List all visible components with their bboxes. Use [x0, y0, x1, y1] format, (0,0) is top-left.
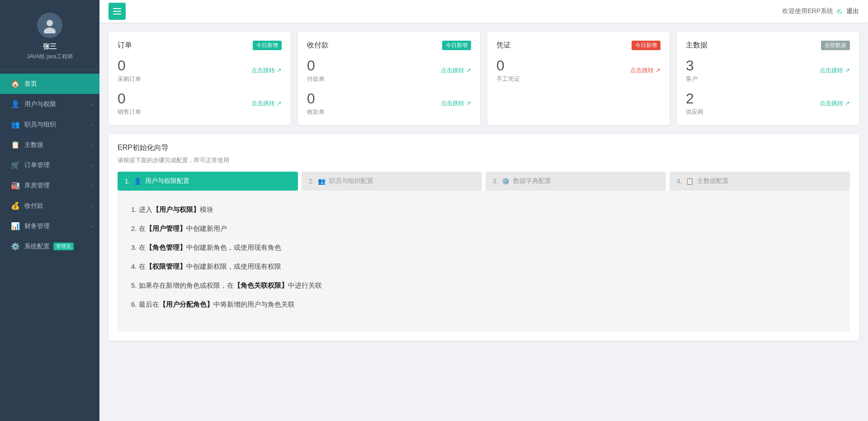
master-customer-count: 3	[686, 57, 698, 74]
order-purchase-label: 采购订单	[118, 75, 141, 83]
master-customer-link[interactable]: 点击跳转 ↗	[820, 66, 850, 75]
sidebar-item-order-management-label: 订单管理	[24, 161, 50, 169]
payment-label: 付款单	[307, 75, 325, 83]
payment-card: 收付款 今日新增 0 付款单 点击跳转 ↗	[298, 32, 480, 125]
chevron-right-icon-2: ›	[90, 122, 92, 127]
avatar	[37, 13, 62, 38]
user-profile: 张三 JAVA组 java工程师	[0, 0, 99, 70]
master-data-card: 主数据 全部数据 3 客户 点击跳转 ↗	[677, 32, 859, 125]
wizard-step-2[interactable]: 2. 👥 职员与组织配置	[302, 172, 482, 191]
wizard-instructions: 1. 进入【用户与权限】模块 2. 在【用户管理】中创建新用户 3. 在【角色管…	[118, 191, 850, 332]
page-content: 订单 今日新增 0 采购订单 点击跳转 ↗	[99, 23, 868, 421]
sidebar-item-finance-label: 财务管理	[24, 222, 50, 230]
user-role: JAVA组 java工程师	[27, 53, 73, 61]
system-config-icon: ⚙️	[11, 242, 20, 251]
master-data-card-data: 3 客户 点击跳转 ↗ 2 供应商	[686, 57, 850, 116]
sidebar-item-warehouse-label: 库房管理	[24, 182, 50, 190]
master-supplier-count: 2	[686, 90, 703, 107]
master-supplier-num-label: 2 供应商	[686, 90, 703, 116]
order-sales-row: 0 销售订单 点击跳转 ↗	[118, 90, 282, 116]
sidebar-item-user-permissions-label: 用户与权限	[24, 100, 56, 108]
welcome-text: 欢迎使用ERP系统	[782, 7, 833, 15]
master-data-icon: 📋	[11, 140, 20, 149]
order-sales-link[interactable]: 点击跳转 ↗	[251, 99, 282, 108]
admin-badge: 管理员	[53, 243, 74, 250]
svg-point-0	[47, 20, 53, 26]
sidebar-item-system-config[interactable]: ⚙️ 系统配置 管理员	[0, 236, 99, 257]
sidebar-item-warehouse[interactable]: 🏭 库房管理 ›	[0, 175, 99, 196]
wizard-step-1-num: 1.	[125, 178, 130, 185]
external-link-icon-1: ↗	[277, 67, 282, 74]
voucher-card-badge: 今日新增	[632, 41, 660, 50]
chevron-right-icon-3: ›	[90, 142, 92, 148]
sidebar-item-payment[interactable]: 💰 收付款 ›	[0, 196, 99, 216]
wizard-step-1[interactable]: 1. 👤 用户与权限配置	[118, 172, 298, 191]
sidebar-item-order-management[interactable]: 🛒 订单管理 ›	[0, 155, 99, 175]
chevron-right-icon: ›	[90, 102, 92, 107]
receipt-link[interactable]: 点击跳转 ↗	[441, 99, 471, 108]
wizard-step-4[interactable]: 4. 📋 主数据配置	[670, 172, 850, 191]
voucher-manual-count: 0	[496, 57, 520, 74]
user-avatar-icon	[42, 17, 58, 33]
sidebar-item-master-data-label: 主数据	[24, 141, 43, 149]
voucher-card: 凭证 今日新增 0 手工凭证 点击跳转 ↗	[487, 32, 670, 125]
order-card-data: 0 采购订单 点击跳转 ↗ 0 销售订单	[118, 57, 282, 116]
order-purchase-row: 0 采购订单 点击跳转 ↗	[118, 57, 282, 83]
menu-line-1	[113, 8, 121, 9]
receipt-num-label: 0 收款单	[307, 90, 325, 116]
order-card-title: 订单	[118, 41, 132, 50]
wizard-step-2-label: 职员与组织配置	[329, 177, 373, 185]
wizard-subtitle: 请根据下面的步骤完成配置，即可正常使用	[118, 156, 850, 164]
svg-point-1	[44, 28, 56, 33]
master-supplier-row: 2 供应商 点击跳转 ↗	[686, 90, 850, 116]
external-link-icon-3: ↗	[466, 67, 471, 74]
wizard-section: ERP初始化向导 请根据下面的步骤完成配置，即可正常使用 1. 👤 用户与权限配…	[108, 134, 859, 341]
receipt-label: 收款单	[307, 108, 325, 116]
sidebar-item-employees-org[interactable]: 👥 职员与组织 ›	[0, 114, 99, 135]
wizard-step-4-num: 4.	[677, 178, 682, 185]
voucher-manual-num-label: 0 手工凭证	[496, 57, 520, 83]
master-supplier-link[interactable]: 点击跳转 ↗	[820, 99, 850, 108]
topbar: 欢迎使用ERP系统 ⎋ 退出	[99, 0, 868, 23]
menu-toggle-button[interactable]	[108, 3, 126, 20]
wizard-step-3-label: 数据字典配置	[513, 177, 551, 185]
voucher-card-title: 凭证	[496, 41, 511, 50]
menu-line-2	[113, 11, 121, 12]
chevron-right-icon-5: ›	[90, 183, 92, 188]
master-customer-label: 客户	[686, 75, 698, 83]
payment-count: 0	[307, 57, 325, 74]
master-customer-row: 3 客户 点击跳转 ↗	[686, 57, 850, 83]
wizard-step-3[interactable]: 3. ⚙️ 数据字典配置	[486, 172, 666, 191]
receipt-count: 0	[307, 90, 325, 107]
wizard-step-3-num: 3.	[493, 178, 498, 185]
wizard-step-1-label: 用户与权限配置	[145, 177, 189, 185]
order-card-header: 订单 今日新增	[118, 41, 282, 50]
topbar-right: 欢迎使用ERP系统 ⎋ 退出	[782, 7, 859, 16]
payment-card-data: 0 付款单 点击跳转 ↗ 0 收款单	[307, 57, 471, 116]
sidebar-item-home[interactable]: 🏠 首页	[0, 74, 99, 94]
master-supplier-label: 供应商	[686, 108, 703, 116]
sidebar-item-finance[interactable]: 📊 财务管理 ›	[0, 216, 99, 236]
employees-org-icon: 👥	[11, 120, 20, 129]
wizard-step-2-icon: 👥	[318, 178, 326, 185]
wizard-step-2-num: 2.	[309, 178, 314, 185]
payment-link[interactable]: 点击跳转 ↗	[441, 66, 471, 75]
logout-button[interactable]: 退出	[846, 7, 859, 15]
chevron-right-icon-4: ›	[90, 163, 92, 168]
master-data-card-badge: 全部数据	[821, 41, 850, 50]
wizard-instruction-6: 6. 最后在【用户分配角色】中将新增的用户与角色关联	[131, 299, 836, 310]
home-icon: 🏠	[11, 80, 20, 88]
voucher-manual-link[interactable]: 点击跳转 ↗	[630, 66, 660, 75]
payment-card-badge: 今日新增	[442, 41, 471, 50]
sidebar-item-master-data[interactable]: 📋 主数据 ›	[0, 135, 99, 155]
voucher-card-data: 0 手工凭证 点击跳转 ↗	[496, 57, 660, 83]
order-purchase-link[interactable]: 点击跳转 ↗	[251, 66, 282, 75]
wizard-steps: 1. 👤 用户与权限配置 2. 👥 职员与组织配置 3. ⚙️ 数据字典配置 4…	[118, 172, 850, 191]
sidebar-item-user-permissions[interactable]: 👤 用户与权限 ›	[0, 94, 99, 114]
wizard-instruction-2: 2. 在【用户管理】中创建新用户	[131, 223, 836, 234]
order-purchase-count: 0	[118, 57, 141, 74]
order-sales-label: 销售订单	[118, 108, 141, 116]
external-link-icon-6: ↗	[845, 67, 850, 74]
topbar-left	[108, 3, 126, 20]
order-card: 订单 今日新增 0 采购订单 点击跳转 ↗	[108, 32, 291, 125]
